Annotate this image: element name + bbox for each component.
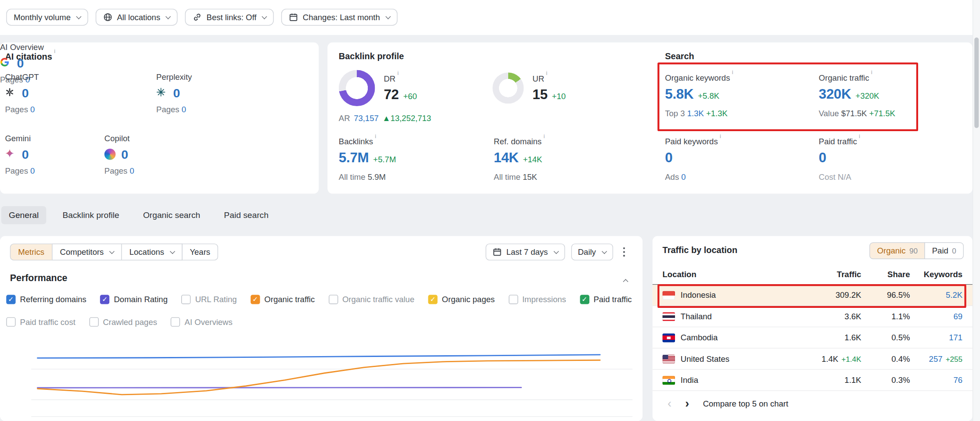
table-row-thailand[interactable]: Thailand3.6K1.1%69: [653, 306, 973, 327]
ref-domains-value[interactable]: 14K: [494, 150, 519, 166]
ur-label: URi: [532, 73, 566, 83]
organic-keywords-value[interactable]: 5.8K: [665, 86, 693, 103]
filter-monthly-volume[interactable]: Monthly volume: [6, 9, 88, 25]
tab-organic-search[interactable]: Organic search: [136, 206, 208, 224]
filter-best-links-off[interactable]: Best links: Off: [185, 9, 274, 25]
table-row-india[interactable]: India1.1K0.3%76: [653, 370, 973, 391]
organic-traffic-label: Organic traffici: [819, 72, 966, 82]
ai-citation-label: Perplexity: [156, 72, 256, 82]
ar-value-link[interactable]: 73,157: [354, 114, 379, 123]
tab-general[interactable]: General: [1, 206, 47, 224]
traffic-by-location-card: Traffic by location Organic90Paid0 Locat…: [653, 236, 973, 421]
performance-chart[interactable]: [0, 335, 643, 421]
ref-domains-metric: Ref. domainsi 14K+14K All time 15K: [494, 136, 641, 182]
checkbox-ai-overviews[interactable]: AI Overviews: [171, 317, 232, 326]
checkbox-url-rating[interactable]: URL Rating: [181, 295, 237, 304]
granularity-button[interactable]: Daily: [571, 243, 613, 260]
checkbox-organic-pages[interactable]: ✓Organic pages: [428, 295, 495, 304]
checkbox-crawled-pages[interactable]: Crawled pages: [89, 317, 157, 326]
date-range-button[interactable]: Last 7 days: [486, 243, 565, 260]
paid-traffic-value[interactable]: 0: [819, 150, 826, 166]
table-row-cambodia[interactable]: Cambodia1.6K0.5%171: [653, 327, 973, 348]
backlinks-value[interactable]: 5.7M: [339, 150, 369, 166]
checkbox-label: AI Overviews: [185, 317, 233, 326]
ai-citation-chatgpt: ChatGPT0Pages 0: [5, 72, 105, 114]
compare-top5-label[interactable]: Compare top 5 on chart: [703, 399, 789, 408]
checkbox-referring-domains[interactable]: ✓Referring domains: [6, 295, 86, 304]
paid-keywords-value[interactable]: 0: [665, 150, 672, 166]
filters-toolbar: Monthly volumeAll locationsBest links: O…: [0, 0, 980, 35]
pages-count-link[interactable]: 0: [30, 166, 35, 175]
chevron-down-icon: [601, 249, 607, 254]
next-page-arrow[interactable]: ›: [685, 399, 689, 409]
more-options-kebab-icon[interactable]: [619, 245, 629, 259]
id-flag-icon: [663, 291, 675, 300]
dr-label: DRi: [384, 73, 417, 83]
ads-link[interactable]: 0: [681, 173, 686, 182]
segment-metrics[interactable]: Metrics: [10, 243, 53, 260]
checkbox-label: Organic traffic: [264, 295, 315, 304]
ur-value: 15: [532, 87, 547, 103]
checkbox-label: Organic traffic value: [342, 295, 414, 304]
keywords-count-link[interactable]: 171: [949, 333, 962, 342]
segment-label: Years: [190, 247, 210, 257]
toggle-label: Paid: [932, 246, 948, 255]
info-icon: i: [375, 133, 376, 139]
pages-count-link[interactable]: 0: [129, 166, 134, 175]
location-cell: India: [663, 375, 799, 385]
organic-traffic-value[interactable]: 320K: [819, 86, 851, 103]
column-header-share: Share: [861, 270, 910, 279]
ai-citation-count: 0: [173, 86, 180, 100]
traffic-value: 1.1K: [844, 375, 861, 385]
previous-page-arrow[interactable]: ‹: [668, 399, 671, 409]
section-tabs: GeneralBacklink profileOrganic searchPai…: [1, 206, 276, 224]
checkbox-box: [329, 295, 338, 304]
table-row-united-states[interactable]: United States1.4K+1.4K0.4%257+255: [653, 349, 973, 370]
chevron-up-icon: [623, 279, 628, 284]
toggle-organic[interactable]: Organic90: [869, 243, 925, 259]
keywords-count-link[interactable]: 257: [929, 354, 943, 363]
performance-title: Performance: [10, 272, 68, 283]
filter-changes-last-month[interactable]: Changes: Last month: [281, 9, 397, 25]
keywords-count-link[interactable]: 76: [954, 375, 963, 385]
segment-years[interactable]: Years: [182, 243, 219, 260]
tab-backlink-profile[interactable]: Backlink profile: [55, 206, 126, 224]
keywords-count-link[interactable]: 5.2K: [946, 290, 962, 300]
share-cell: 0.5%: [861, 333, 910, 342]
segment-locations[interactable]: Locations: [121, 243, 182, 260]
checkbox-domain-rating[interactable]: ✓Domain Rating: [100, 295, 168, 304]
checkbox-organic-traffic-value[interactable]: Organic traffic value: [329, 295, 415, 304]
chevron-down-icon: [76, 14, 81, 19]
checkbox-impressions[interactable]: Impressions: [509, 295, 566, 304]
ar-label: AR: [339, 114, 350, 123]
scrollbar-thumb[interactable]: [974, 37, 979, 128]
ai-citation-count: 0: [22, 147, 29, 161]
metric-checkbox-row-2: Paid traffic costCrawled pagesAI Overvie…: [6, 317, 232, 326]
pages-count-link[interactable]: 0: [30, 105, 35, 114]
toggle-paid[interactable]: Paid0: [925, 243, 964, 259]
dr-donut-chart: [339, 70, 375, 107]
organic-paid-toggle: Organic90Paid0: [869, 243, 963, 259]
segment-competitors[interactable]: Competitors: [52, 243, 122, 260]
checkbox-organic-traffic[interactable]: ✓Organic traffic: [251, 295, 315, 304]
collapse-section-button[interactable]: [622, 276, 628, 285]
ai-citation-pages: Pages 0: [156, 105, 256, 114]
traffic-cell: 309.2K: [799, 290, 861, 300]
share-cell: 1.1%: [861, 312, 910, 321]
keywords-cell: 69: [910, 312, 963, 321]
checkbox-paid-traffic[interactable]: ✓Paid traffic: [580, 295, 632, 304]
traffic-cell: 3.6K: [799, 312, 861, 321]
traffic-change: +1.4K: [841, 355, 861, 364]
keywords-count-link[interactable]: 69: [954, 312, 963, 321]
filter-label: Best links: Off: [207, 12, 257, 21]
ai-citation-copilot: Copilot0Pages 0: [104, 134, 205, 175]
checkbox-paid-traffic-cost[interactable]: Paid traffic cost: [6, 317, 75, 326]
metric-checkbox-row-1: ✓Referring domains✓Domain RatingURL Rati…: [6, 295, 632, 304]
top3-link[interactable]: 1.3K: [687, 109, 704, 118]
share-cell: 0.4%: [861, 354, 910, 363]
filter-all-locations[interactable]: All locations: [96, 9, 178, 25]
vertical-scrollbar[interactable]: [973, 0, 980, 421]
tab-paid-search[interactable]: Paid search: [216, 206, 276, 224]
pages-count-link[interactable]: 0: [182, 105, 186, 114]
table-row-indonesia[interactable]: Indonesia309.2K96.5%5.2K: [653, 285, 973, 306]
